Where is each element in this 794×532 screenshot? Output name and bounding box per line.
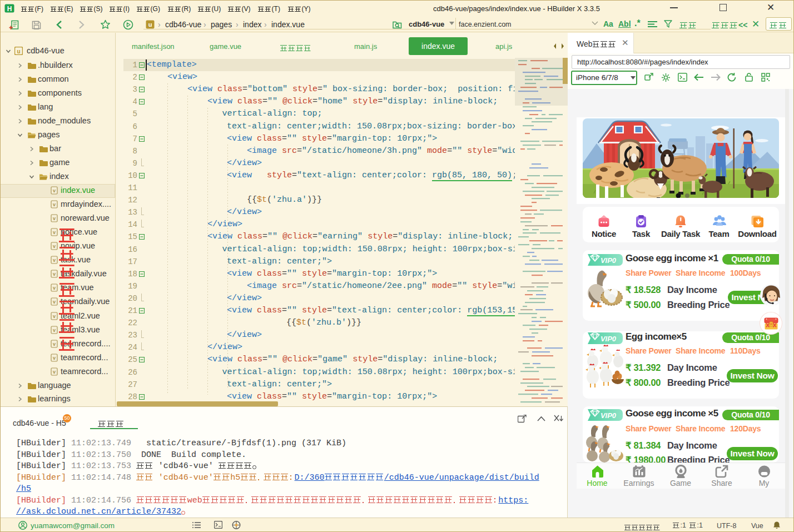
svg-text:v: v xyxy=(53,355,56,361)
svg-text:v: v xyxy=(53,341,56,347)
svg-text:v: v xyxy=(53,327,56,333)
svg-text:u: u xyxy=(17,48,20,54)
svg-text:H: H xyxy=(7,5,12,13)
svg-text:u: u xyxy=(148,21,152,28)
svg-text:VIP0: VIP0 xyxy=(601,335,617,343)
svg-text:v: v xyxy=(53,314,56,319)
svg-text:v: v xyxy=(53,202,56,207)
svg-text:v: v xyxy=(53,243,56,249)
svg-text:v: v xyxy=(53,285,56,291)
svg-text:VIP0: VIP0 xyxy=(601,256,617,265)
svg-text:VIP0: VIP0 xyxy=(601,411,617,420)
svg-text:v: v xyxy=(53,188,56,193)
svg-text:v: v xyxy=(53,299,56,305)
svg-text:v: v xyxy=(53,257,56,263)
svg-text:v: v xyxy=(53,216,56,221)
svg-text:v: v xyxy=(53,369,56,375)
svg-text:v: v xyxy=(53,271,56,277)
svg-text:v: v xyxy=(53,230,56,235)
